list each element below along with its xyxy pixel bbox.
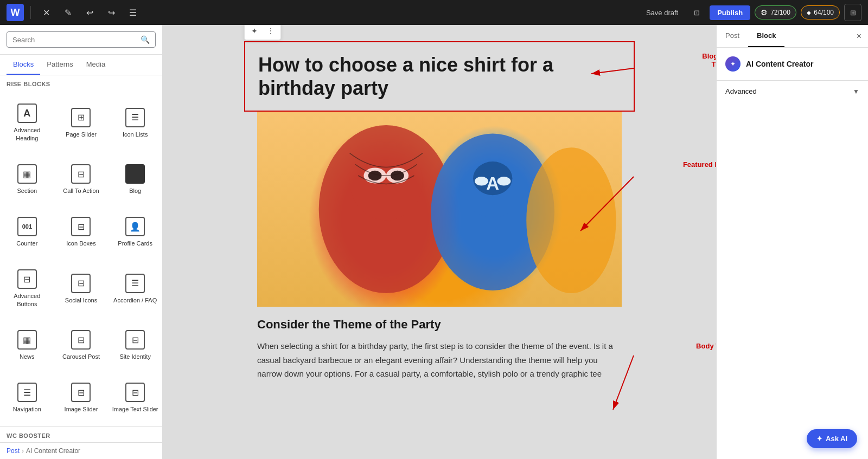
navigation-label: Navigation xyxy=(13,405,41,413)
tab-blocks[interactable]: Blocks xyxy=(7,55,40,75)
block-item-icon-boxes[interactable]: ⊟ Icon Boxes xyxy=(54,206,108,258)
block-options-icon[interactable]: ⋮ xyxy=(263,25,278,38)
block-item-accordion-faq[interactable]: ☰ Accordion / FAQ xyxy=(108,258,162,319)
block-item-section[interactable]: ▦ Section xyxy=(0,153,54,206)
body-heading: Consider the Theme of the Party xyxy=(257,318,622,332)
score1-label: 72/100 xyxy=(770,9,790,16)
score-badge-1[interactable]: ⚙ 72/100 xyxy=(755,5,796,20)
advanced-buttons-icon: ⊟ xyxy=(17,269,37,289)
close-icon-btn[interactable]: ✕ xyxy=(37,4,55,21)
annotation-blog-post-title: Blog PostTitle xyxy=(702,52,716,68)
site-identity-label: Site Identity xyxy=(119,353,150,360)
site-identity-icon: ⊟ xyxy=(125,330,145,350)
score2-label: 64/100 xyxy=(814,9,834,16)
tab-post[interactable]: Post xyxy=(717,25,748,47)
svg-text:A: A xyxy=(486,173,499,193)
edit-icon-btn[interactable]: ✎ xyxy=(59,4,76,21)
block-item-social-icons[interactable]: ⊟ Social Icons xyxy=(54,258,108,319)
image-slider-label: Image Slider xyxy=(65,405,98,413)
block-item-carousel-post[interactable]: ⊟ Carousel Post xyxy=(54,319,108,372)
topbar: W ✕ ✎ ↩ ↪ ☰ Save draft ⊡ Publish ⚙ 72/10… xyxy=(0,0,868,25)
block-item-profile-cards[interactable]: 👤 Profile Cards xyxy=(108,206,162,258)
right-tabs: Post Block × xyxy=(717,25,868,48)
advanced-heading-icon: A xyxy=(17,104,37,123)
featured-image: A xyxy=(257,112,622,307)
post-title-block[interactable]: How to choose a nice shirt for a birthda… xyxy=(244,41,635,112)
call-to-action-label: Call To Action xyxy=(63,187,99,195)
block-item-advanced-heading[interactable]: A Advanced Heading xyxy=(0,93,54,153)
breadcrumb-ai: AI Content Creator xyxy=(26,447,80,455)
accordion-faq-label: Accordion / FAQ xyxy=(113,296,157,304)
navigation-icon: ☰ xyxy=(17,383,37,402)
block-item-icon-lists[interactable]: ☰ Icon Lists xyxy=(108,93,162,153)
featured-image-block[interactable]: A xyxy=(244,112,635,318)
svg-point-5 xyxy=(391,171,404,181)
breadcrumb-post[interactable]: Post xyxy=(7,447,20,455)
social-icons-label: Social Icons xyxy=(65,296,97,304)
right-panel-close[interactable]: × xyxy=(850,27,868,46)
body-content: Consider the Theme of the Party When sel… xyxy=(244,318,635,403)
canvas-area: ✦ ⋮ How to choose a nice shirt for a bir… xyxy=(163,25,716,459)
save-draft-button[interactable]: Save draft xyxy=(641,5,684,20)
search-icon: 🔍 xyxy=(141,35,150,44)
svg-point-1 xyxy=(350,142,423,221)
menu-icon-btn[interactable]: ☰ xyxy=(124,4,142,21)
social-icons-icon: ⊟ xyxy=(71,274,91,293)
advanced-heading-label: Advanced Heading xyxy=(3,126,51,142)
undo-icon-btn[interactable]: ↩ xyxy=(81,4,98,21)
body-text: When selecting a shirt for a birthday pa… xyxy=(257,339,622,381)
sidebar-breadcrumb: Post › AI Content Creator xyxy=(0,442,162,459)
advanced-buttons-label: Advanced Buttons xyxy=(3,292,51,308)
tab-media[interactable]: Media xyxy=(80,55,112,75)
ask-ai-button[interactable]: ✦ Ask AI xyxy=(807,429,857,448)
topbar-divider xyxy=(30,6,31,19)
block-item-news[interactable]: ▦ News xyxy=(0,319,54,372)
block-move-icon[interactable]: ✦ xyxy=(247,25,262,38)
block-item-counter[interactable]: 001 Counter xyxy=(0,206,54,258)
block-item-call-to-action[interactable]: ⊟ Call To Action xyxy=(54,153,108,206)
view-icon-btn[interactable]: ⊞ xyxy=(844,4,861,21)
image-text-slider-label: Image Text Slider xyxy=(112,405,158,413)
block-toolbar: ✦ ⋮ xyxy=(244,25,281,40)
preview-icon-btn[interactable]: ⊡ xyxy=(688,4,705,21)
wc-booster-label: WC BOOSTER xyxy=(0,426,162,442)
topbar-right: Save draft ⊡ Publish ⚙ 72/100 ● 64/100 ⊞ xyxy=(641,4,861,21)
ai-content-section: ✦ AI Content Creator xyxy=(717,48,868,81)
score-badge-2[interactable]: ● 64/100 xyxy=(801,5,840,20)
advanced-section[interactable]: Advanced ▼ xyxy=(717,81,868,102)
tab-patterns[interactable]: Patterns xyxy=(40,55,79,75)
image-slider-icon: ⊟ xyxy=(71,383,91,402)
right-sidebar: Post Block × ✦ AI Content Creator Advanc… xyxy=(716,25,868,459)
counter-icon: 001 xyxy=(17,217,37,236)
main-layout: 🔍 Blocks Patterns Media RISE BLOCKS A Ad… xyxy=(0,25,868,459)
section-label: Section xyxy=(17,187,37,195)
svg-point-11 xyxy=(497,177,510,186)
block-item-blog[interactable]: Blog xyxy=(108,153,162,206)
carousel-post-label: Carousel Post xyxy=(62,353,100,360)
publish-button[interactable]: Publish xyxy=(710,5,750,20)
block-item-image-text-slider[interactable]: ⊟ Image Text Slider xyxy=(108,372,162,424)
wp-logo[interactable]: W xyxy=(7,4,24,21)
call-to-action-icon: ⊟ xyxy=(71,164,91,184)
block-item-navigation[interactable]: ☰ Navigation xyxy=(0,372,54,424)
ask-ai-icon: ✦ xyxy=(816,435,822,443)
block-item-site-identity[interactable]: ⊟ Site Identity xyxy=(108,319,162,372)
tab-block[interactable]: Block xyxy=(748,25,784,47)
block-item-page-slider[interactable]: ⊞ Page Slider xyxy=(54,93,108,153)
blocks-grid: A Advanced Heading ⊞ Page Slider ☰ Icon … xyxy=(0,90,162,426)
annotation-featured-image: Featured Image xyxy=(683,160,716,169)
news-label: News xyxy=(20,353,35,360)
svg-point-4 xyxy=(368,171,382,181)
search-input[interactable] xyxy=(12,36,137,44)
svg-point-12 xyxy=(526,148,616,294)
ai-content-icon: ✦ xyxy=(725,56,741,72)
ai-content-label: AI Content Creator xyxy=(746,60,813,68)
block-item-image-slider[interactable]: ⊟ Image Slider xyxy=(54,372,108,424)
breadcrumb-sep: › xyxy=(22,447,24,455)
news-icon: ▦ xyxy=(17,330,37,350)
blog-label: Blog xyxy=(129,187,141,195)
redo-icon-btn[interactable]: ↪ xyxy=(103,4,120,21)
icon-lists-label: Icon Lists xyxy=(123,131,148,138)
block-item-advanced-buttons[interactable]: ⊟ Advanced Buttons xyxy=(0,258,54,319)
post-title: How to choose a nice shirt for a birthda… xyxy=(258,53,621,100)
